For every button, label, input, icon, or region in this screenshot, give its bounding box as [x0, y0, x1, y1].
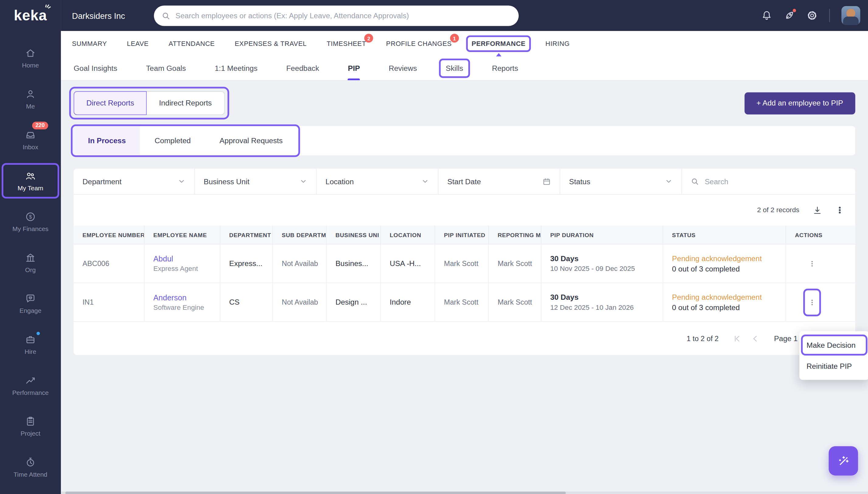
ai-assistant-fab[interactable]	[829, 446, 858, 475]
tab-approval-requests[interactable]: Approval Requests	[205, 126, 297, 155]
tab-attendance[interactable]: ATTENDANCE	[169, 40, 215, 48]
tab-timesheet[interactable]: TIMESHEET 2	[327, 40, 366, 48]
sidebar-item-org[interactable]: Org	[1, 242, 59, 283]
chevron-down-icon	[178, 177, 185, 185]
col-pip-duration: PIP DURATION	[541, 226, 663, 244]
inbox-icon	[25, 130, 36, 140]
sidebar-item-time-attend[interactable]: Time Attend	[1, 447, 59, 488]
rocket-notification-dot	[792, 8, 797, 13]
sidebar-item-label: Time Attend	[14, 471, 48, 478]
notifications-bell-icon[interactable]	[761, 10, 772, 21]
clock-icon	[25, 457, 36, 468]
chevron-down-icon	[300, 177, 307, 185]
app-window: keka Home Me	[0, 0, 868, 494]
keka-logo-text: keka	[14, 7, 47, 24]
department-filter-label: Department	[83, 177, 122, 186]
previous-page-icon[interactable]	[752, 335, 760, 343]
sidebar-item-hire[interactable]: Hire	[1, 324, 59, 365]
row-actions-kebab-icon[interactable]	[805, 251, 819, 276]
tab-hiring[interactable]: HIRING	[545, 40, 570, 48]
subtab-goal-insights[interactable]: Goal Insights	[74, 57, 117, 80]
tab-leave[interactable]: LEAVE	[127, 40, 149, 48]
org-building-icon	[25, 252, 36, 263]
tab-performance-label: PERFORMANCE	[472, 40, 526, 48]
status-progress: 0 out of 3 completed	[672, 303, 777, 311]
profile-avatar[interactable]	[842, 6, 861, 25]
pip-initiated-value: Mark Scott	[444, 259, 480, 267]
filter-bar: Department Business Unit Location Start …	[74, 169, 855, 194]
status-progress: 0 out of 3 completed	[672, 265, 777, 273]
first-page-icon[interactable]	[733, 335, 741, 343]
employee-name-link[interactable]: Anderson	[153, 293, 211, 302]
dollar-icon: $	[25, 211, 36, 222]
tab-completed[interactable]: Completed	[140, 126, 205, 155]
start-date-filter[interactable]: Start Date	[438, 169, 560, 194]
global-search[interactable]	[154, 5, 519, 26]
direct-reports-toggle[interactable]: Direct Reports	[74, 91, 147, 115]
employee-number: ABC006	[83, 259, 135, 267]
subtab-feedback[interactable]: Feedback	[286, 57, 319, 80]
business-unit-filter-label: Business Unit	[204, 177, 249, 186]
sidebar-item-me[interactable]: Me	[1, 78, 59, 119]
sidebar-item-home[interactable]: Home	[1, 38, 59, 79]
subtab-pip[interactable]: PIP	[348, 57, 360, 80]
horizontal-scrollbar[interactable]	[61, 491, 868, 494]
search-icon	[162, 11, 170, 20]
subtab-reviews[interactable]: Reviews	[388, 57, 417, 80]
global-search-input[interactable]	[176, 12, 511, 20]
table-search-input[interactable]	[705, 177, 846, 186]
row-actions-kebab-icon[interactable]	[805, 290, 819, 314]
row-context-menu: Make Decision Reinitiate PIP	[799, 331, 868, 380]
tab-expenses-travel[interactable]: EXPENSES & TRAVEL	[235, 40, 307, 48]
subtab-reports[interactable]: Reports	[492, 57, 518, 80]
tab-performance[interactable]: PERFORMANCE	[472, 40, 526, 48]
table-search[interactable]	[682, 169, 855, 194]
sidebar-item-inbox[interactable]: 220 Inbox	[1, 119, 59, 160]
sidebar-item-my-finances[interactable]: $ My Finances	[1, 201, 59, 242]
page-indicator: Page 1	[774, 335, 798, 343]
location-value: Indore	[390, 298, 426, 306]
location-filter[interactable]: Location	[317, 169, 438, 194]
employee-name-link[interactable]: Abdul	[153, 254, 211, 263]
employee-title: Software Engine	[153, 304, 211, 311]
timesheet-badge: 2	[365, 34, 374, 42]
employee-title: Express Agent	[153, 265, 211, 272]
download-icon[interactable]	[813, 206, 822, 215]
reinitiate-pip-menu-item[interactable]: Reinitiate PIP	[799, 356, 868, 377]
department-value: Express...	[229, 259, 264, 267]
sidebar-item-project[interactable]: Project	[1, 406, 59, 447]
subtab-team-goals[interactable]: Team Goals	[146, 57, 186, 80]
engage-chat-icon	[25, 293, 36, 304]
table-options-kebab-icon[interactable]	[835, 206, 844, 215]
status-filter[interactable]: Status	[560, 169, 682, 194]
tab-profile-changes[interactable]: PROFILE CHANGES 1	[386, 40, 452, 48]
sidebar-item-my-team[interactable]: My Team	[1, 160, 59, 201]
add-employee-to-pip-button[interactable]: + Add an employee to PIP	[744, 92, 855, 114]
subtab-skills[interactable]: Skills	[446, 57, 463, 80]
clipboard-icon	[25, 416, 36, 427]
subtab-1-1-meetings[interactable]: 1:1 Meetings	[215, 57, 257, 80]
module-tabs: SUMMARY LEAVE ATTENDANCE EXPENSES & TRAV…	[61, 31, 868, 57]
sub-department-value: Not Availab	[282, 298, 317, 306]
sidebar-item-performance[interactable]: Performance	[1, 365, 59, 406]
sidebar-item-label: Performance	[12, 389, 49, 396]
top-header: Darksiders Inc	[61, 0, 868, 31]
settings-gear-icon[interactable]	[807, 10, 817, 21]
pip-status-tabs-bar: In Process Completed Approval Requests	[74, 126, 855, 155]
sidebar: keka Home Me	[0, 0, 61, 494]
performance-sub-tabs: Goal Insights Team Goals 1:1 Meetings Fe…	[61, 57, 868, 81]
pip-duration-dates: 10 Nov 2025 - 09 Dec 2025	[550, 265, 654, 272]
whats-new-rocket-icon[interactable]	[784, 10, 795, 21]
header-divider	[829, 9, 830, 22]
magic-wand-icon	[837, 454, 850, 468]
sidebar-item-engage[interactable]: Engage	[1, 283, 59, 324]
department-filter[interactable]: Department	[74, 169, 195, 194]
keka-logo[interactable]: keka	[0, 0, 61, 31]
indirect-reports-toggle[interactable]: Indirect Reports	[147, 91, 224, 115]
make-decision-menu-item[interactable]: Make Decision	[799, 335, 868, 355]
tab-in-process[interactable]: In Process	[74, 126, 140, 155]
business-unit-filter[interactable]: Business Unit	[195, 169, 317, 194]
scrollbar-thumb[interactable]	[66, 491, 566, 494]
tab-summary[interactable]: SUMMARY	[72, 40, 107, 48]
col-status: STATUS	[663, 226, 786, 244]
